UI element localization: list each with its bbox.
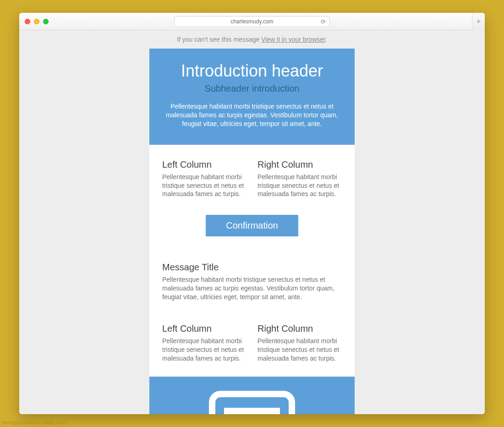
hero-subtitle: Subheader introduction xyxy=(161,83,343,94)
image-placeholder-icon xyxy=(208,390,296,414)
left-column-2-body: Pellentesque habitant morbi tristique se… xyxy=(162,337,247,363)
reload-icon[interactable]: ⟳ xyxy=(321,18,326,25)
email-body: Introduction header Subheader introducti… xyxy=(149,49,355,414)
viewport: If you can't see this message View it in… xyxy=(19,30,485,414)
image-section xyxy=(149,377,355,414)
svg-rect-1 xyxy=(224,408,280,414)
hero-section: Introduction header Subheader introducti… xyxy=(149,49,355,145)
address-bar[interactable]: charlesmudy.com ⟳ xyxy=(174,16,330,27)
address-bar-url: charlesmudy.com xyxy=(230,18,273,25)
confirmation-button[interactable]: Confirmation xyxy=(206,215,298,236)
right-column-1: Right Column Pellentesque habitant morbi… xyxy=(257,159,342,199)
preheader-text: If you can't see this message xyxy=(177,36,261,43)
left-column-2: Left Column Pellentesque habitant morbi … xyxy=(162,323,247,363)
two-column-section-2: Left Column Pellentesque habitant morbi … xyxy=(149,315,355,377)
message-section: Message Title Pellentesque habitant morb… xyxy=(149,256,355,315)
left-column-1: Left Column Pellentesque habitant morbi … xyxy=(162,159,247,199)
minimize-window-button[interactable] xyxy=(34,19,39,24)
cta-row: Confirmation xyxy=(162,215,342,236)
message-body: Pellentesque habitant morbi tristique se… xyxy=(162,275,342,301)
traffic-lights xyxy=(25,19,49,24)
right-column-2: Right Column Pellentesque habitant morbi… xyxy=(257,323,342,363)
left-column-2-title: Left Column xyxy=(162,323,247,334)
view-in-browser-link[interactable]: View it in your browser xyxy=(261,36,325,43)
browser-chrome: charlesmudy.com ⟳ + xyxy=(19,13,485,30)
left-column-1-title: Left Column xyxy=(162,159,247,170)
two-column-section-1: Left Column Pellentesque habitant morbi … xyxy=(149,145,355,256)
new-tab-button[interactable]: + xyxy=(472,13,485,30)
right-column-2-body: Pellentesque habitant morbi tristique se… xyxy=(257,337,342,363)
maximize-window-button[interactable] xyxy=(43,19,49,24)
hero-title: Introduction header xyxy=(161,61,343,81)
close-window-button[interactable] xyxy=(25,19,30,24)
preheader: If you can't see this message View it in… xyxy=(19,30,485,49)
right-column-1-body: Pellentesque habitant morbi tristique se… xyxy=(257,173,342,199)
right-column-1-title: Right Column xyxy=(257,159,342,170)
right-column-2-title: Right Column xyxy=(257,323,342,334)
watermark: heritagechristiancollege.com xyxy=(2,420,66,425)
browser-window: charlesmudy.com ⟳ + If you can't see thi… xyxy=(19,13,485,414)
left-column-1-body: Pellentesque habitant morbi tristique se… xyxy=(162,173,247,199)
hero-body: Pellentesque habitant morbi tristique se… xyxy=(161,102,343,128)
preheader-suffix: . xyxy=(325,36,327,43)
message-title: Message Title xyxy=(162,262,342,273)
